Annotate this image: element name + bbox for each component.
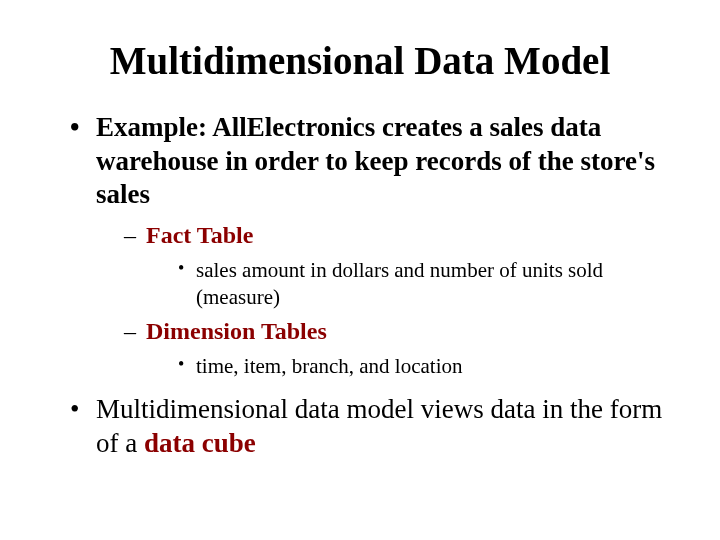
bullet-fact-table-detail: sales amount in dollars and number of un… <box>178 257 670 310</box>
bullet-example: Example: AllElectronics creates a sales … <box>70 111 670 379</box>
bullet-list-level2: Fact Table sales amount in dollars and n… <box>96 220 670 379</box>
slide-title: Multidimensional Data Model <box>30 40 690 83</box>
slide: Multidimensional Data Model Example: All… <box>0 0 720 540</box>
bullet-list-level3a: sales amount in dollars and number of un… <box>146 257 670 310</box>
bullet-dimension-tables-detail: time, item, branch, and location <box>178 353 670 379</box>
bullet-fact-table-text: Fact Table <box>146 222 253 248</box>
bullet-example-text: Example: AllElectronics creates a sales … <box>96 112 655 210</box>
bullet-data-cube: Multidimensional data model views data i… <box>70 393 670 461</box>
bullet-fact-table: Fact Table sales amount in dollars and n… <box>124 220 670 310</box>
bullet-dimension-tables: Dimension Tables time, item, branch, and… <box>124 316 670 379</box>
bullet-data-cube-accent: data cube <box>144 428 256 458</box>
bullet-list-level3b: time, item, branch, and location <box>146 353 670 379</box>
bullet-dimension-tables-text: Dimension Tables <box>146 318 327 344</box>
bullet-list-level1: Example: AllElectronics creates a sales … <box>30 111 690 461</box>
